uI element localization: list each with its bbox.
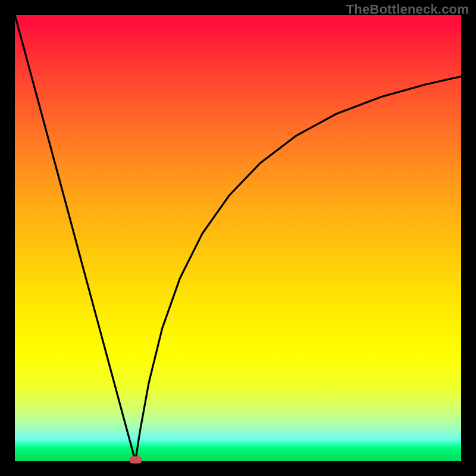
bottleneck-curve [15, 15, 461, 461]
plot-area [15, 15, 461, 461]
curve-svg [15, 15, 461, 461]
chart-frame: TheBottleneck.com [0, 0, 476, 476]
optimal-marker [129, 456, 142, 464]
watermark-text: TheBottleneck.com [346, 2, 469, 17]
